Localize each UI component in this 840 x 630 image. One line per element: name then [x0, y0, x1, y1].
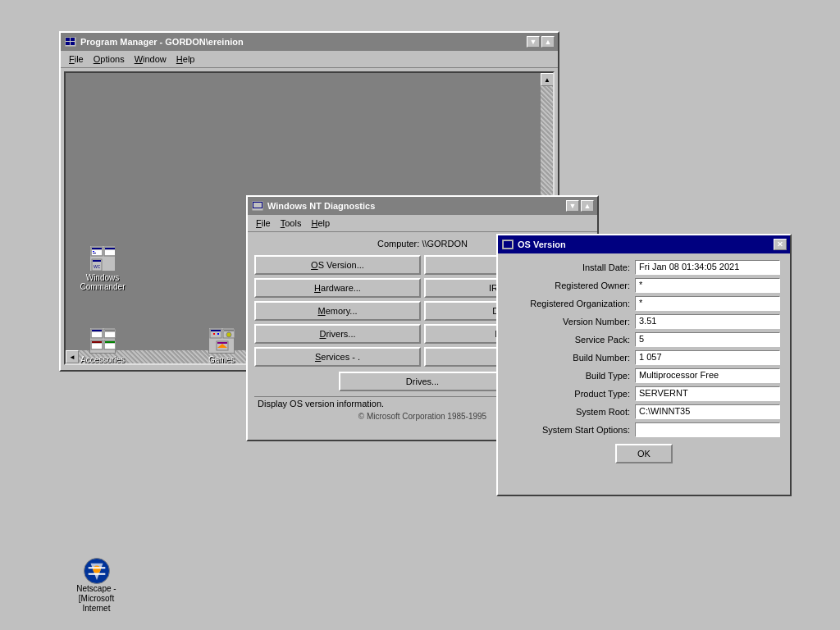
svg-rect-24 — [92, 344, 102, 349]
games-label: Games — [208, 355, 235, 364]
menu-file[interactable]: File — [64, 52, 89, 66]
os-version-controls: ✕ — [774, 239, 787, 250]
svg-rect-12 — [105, 250, 115, 255]
program-manager-menu: File Options Window Help — [61, 51, 558, 68]
label-system-root: System Root: — [508, 407, 635, 417]
svg-text:WC: WC — [94, 264, 101, 269]
svg-point-44 — [93, 565, 100, 573]
svg-rect-26 — [105, 341, 115, 343]
nt-diagnostics-menu: File Tools Help — [248, 215, 597, 232]
hardware-button[interactable]: Hardware... — [254, 278, 421, 298]
field-system-start-options: System Start Options: — [508, 422, 780, 437]
field-build-type: Build Type: Multiprocessor Free — [508, 368, 780, 383]
value-registered-owner: * — [635, 278, 780, 293]
memory-button[interactable]: Memory... — [254, 301, 421, 321]
maximize-button[interactable]: ▲ — [541, 36, 555, 48]
diag-status-text: Display OS version information. — [258, 399, 384, 409]
value-build-number: 1 057 — [635, 350, 780, 365]
field-install-date: Install Date: Fri Jan 08 01:34:05 2021 — [508, 260, 780, 275]
value-version-number: 3.51 — [635, 314, 780, 329]
svg-rect-42 — [504, 241, 512, 248]
svg-rect-3 — [66, 42, 70, 45]
os-version-button[interactable]: OS Version... — [254, 255, 421, 275]
os-version-icon — [501, 239, 514, 250]
value-install-date: Fri Jan 08 01:34:05 2021 — [635, 260, 780, 275]
svg-rect-29 — [211, 330, 221, 331]
field-system-root: System Root: C:\WINNT35 — [508, 404, 780, 419]
svg-rect-8 — [93, 251, 94, 252]
nt-menu-file[interactable]: File — [251, 217, 276, 230]
minimize-button[interactable]: ▼ — [527, 36, 540, 48]
os-version-dialog: OS Version ✕ Install Date: Fri Jan 08 01… — [496, 234, 792, 496]
value-registered-org: * — [635, 296, 780, 311]
svg-rect-11 — [105, 248, 115, 249]
os-version-content: Install Date: Fri Jan 08 01:34:05 2021 R… — [498, 253, 790, 470]
windows-commander-icon-group[interactable]: WC Windows Commander — [74, 245, 131, 291]
nt-diagnostics-icon — [251, 200, 264, 212]
value-system-root: C:\WINNT35 — [635, 404, 780, 419]
svg-rect-17 — [92, 330, 102, 331]
field-service-pack: Service Pack: 5 — [508, 332, 780, 347]
label-system-start-options: System Start Options: — [508, 425, 635, 435]
program-manager-title: Program Manager - GORDON\ereinion — [80, 37, 244, 47]
nt-menu-help[interactable]: Help — [306, 217, 335, 230]
scroll-up-button[interactable]: ▲ — [541, 73, 554, 86]
svg-rect-31 — [217, 333, 219, 335]
nt-diag-minimize[interactable]: ▼ — [566, 200, 579, 212]
svg-point-34 — [226, 332, 231, 337]
netscape-desktop-icon[interactable]: Netscape - [Microsoft Internet — [66, 558, 127, 614]
os-ok-button[interactable]: OK — [615, 444, 673, 463]
field-build-number: Build Number: 1 057 — [508, 350, 780, 365]
windows-commander-icon: WC — [89, 245, 116, 272]
field-registered-org: Registered Organization: * — [508, 296, 780, 311]
svg-rect-2 — [71, 38, 75, 41]
netscape-icon — [84, 558, 110, 584]
program-manager-icon — [64, 36, 77, 48]
accessories-icon — [89, 327, 116, 354]
accessories-icon-group[interactable]: Accessories — [74, 327, 131, 364]
program-manager-titlebar[interactable]: Program Manager - GORDON\ereinion ▼ ▲ — [61, 33, 558, 51]
svg-rect-36 — [217, 342, 227, 344]
nt-diagnostics-title: Windows NT Diagnostics — [267, 201, 375, 211]
label-build-number: Build Number: — [508, 353, 635, 363]
label-registered-org: Registered Organization: — [508, 299, 635, 308]
services-button[interactable]: Services - . — [254, 347, 421, 367]
desktop: Program Manager - GORDON\ereinion ▼ ▲ Fi… — [0, 0, 840, 630]
svg-rect-23 — [92, 341, 102, 343]
menu-window[interactable]: Window — [130, 52, 171, 66]
svg-rect-33 — [224, 330, 234, 331]
field-registered-owner: Registered Owner: * — [508, 278, 780, 293]
svg-rect-1 — [66, 38, 70, 41]
label-product-type: Product Type: — [508, 389, 635, 399]
label-registered-owner: Registered Owner: — [508, 281, 635, 290]
svg-rect-9 — [93, 253, 96, 253]
svg-rect-30 — [213, 333, 215, 335]
menu-options[interactable]: Options — [89, 52, 130, 66]
svg-rect-14 — [93, 260, 101, 262]
drives-button[interactable]: Drives... — [339, 372, 507, 391]
svg-rect-21 — [105, 332, 115, 337]
accessories-label: Accessories — [80, 355, 125, 364]
svg-rect-40 — [253, 203, 262, 208]
nt-menu-tools[interactable]: Tools — [276, 217, 307, 230]
netscape-label: Netscape - [Microsoft Internet — [66, 584, 127, 614]
windows-commander-label: Windows Commander — [74, 273, 131, 291]
nt-diag-maximize[interactable]: ▲ — [581, 200, 594, 212]
menu-help[interactable]: Help — [171, 52, 200, 66]
value-system-start-options — [635, 422, 780, 437]
drivers-button[interactable]: Drivers... — [254, 324, 421, 344]
label-version-number: Version Number: — [508, 317, 635, 326]
label-build-type: Build Type: — [508, 371, 635, 381]
svg-rect-27 — [105, 344, 115, 349]
nt-diagnostics-titlebar[interactable]: Windows NT Diagnostics ▼ ▲ — [248, 197, 597, 215]
nt-diagnostics-controls: ▼ ▲ — [566, 200, 594, 212]
games-icon-group[interactable]: Games — [193, 327, 250, 364]
value-service-pack: 5 — [635, 332, 780, 347]
value-product-type: SERVERNT — [635, 386, 780, 401]
svg-rect-4 — [71, 42, 75, 45]
label-service-pack: Service Pack: — [508, 335, 635, 345]
os-close-button[interactable]: ✕ — [774, 239, 787, 250]
value-build-type: Multiprocessor Free — [635, 368, 780, 383]
os-version-title: OS Version — [518, 240, 566, 249]
os-version-titlebar[interactable]: OS Version ✕ — [498, 235, 790, 253]
